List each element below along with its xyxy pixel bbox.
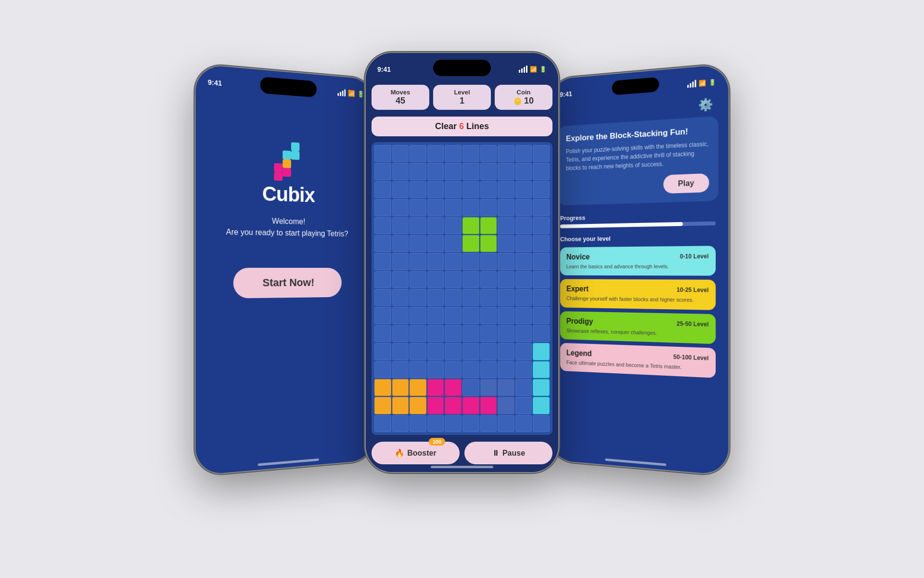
cell — [410, 343, 426, 360]
battery-icon-right: 🔋 — [708, 79, 716, 86]
level-label: Level — [439, 89, 485, 96]
objective-number: 6 — [459, 121, 464, 131]
cell — [498, 163, 514, 180]
cell — [462, 397, 479, 414]
cell — [445, 271, 462, 288]
phone-left: 9:41 📶 🔋 — [196, 64, 375, 475]
cell — [515, 325, 532, 342]
cell — [374, 307, 391, 324]
level-card-novice[interactable]: Novice 0-10 Level Learn the basics and a… — [560, 246, 716, 276]
level-header-prodigy: Prodigy 25-50 Level — [566, 317, 709, 329]
cell — [427, 307, 444, 324]
progress-bar-fill — [560, 222, 683, 228]
cell — [480, 217, 497, 234]
game-board[interactable] — [372, 142, 552, 435]
cell — [427, 415, 444, 432]
cell — [515, 343, 532, 360]
cell — [410, 289, 426, 306]
cell — [515, 415, 532, 432]
cell — [462, 271, 479, 288]
phone-center: 9:41 📶 🔋 Moves 45 — [366, 53, 558, 472]
cell — [410, 145, 426, 162]
cell — [533, 397, 550, 414]
level-stat: Level 1 — [433, 85, 491, 110]
cell — [392, 217, 409, 234]
level-range-novice: 0-10 Level — [680, 253, 709, 260]
level-name-prodigy: Prodigy — [566, 317, 593, 326]
cell — [410, 397, 426, 414]
cell — [410, 253, 426, 270]
fire-icon: 🔥 — [395, 448, 404, 458]
time-right: 9:41 — [560, 90, 572, 98]
cell — [427, 145, 444, 162]
cell — [374, 253, 391, 270]
left-app-screen: Cubix Welcome!Are you ready to start pla… — [196, 64, 375, 475]
cell — [445, 397, 462, 414]
level-name-legend: Legend — [566, 349, 592, 358]
cell — [392, 343, 409, 360]
level-card-legend[interactable]: Legend 50-100 Level Face ultimate puzzle… — [560, 343, 716, 378]
cell — [427, 379, 444, 396]
signal-icon-right — [687, 80, 696, 88]
progress-bar-background — [560, 222, 716, 228]
cell — [410, 325, 426, 342]
play-button-wrapper: Play — [566, 173, 709, 179]
cell — [480, 163, 497, 180]
right-app-screen: ⚙️ Explore the Block-Stacking Fun! Polis… — [549, 64, 728, 475]
cell — [515, 163, 532, 180]
cell — [445, 235, 462, 252]
dynamic-island-center — [433, 60, 491, 76]
moves-label: Moves — [377, 89, 424, 96]
cell — [480, 235, 497, 252]
cell — [533, 181, 550, 198]
cell — [515, 181, 532, 198]
svg-rect-2 — [291, 151, 300, 160]
play-button[interactable]: Play — [664, 173, 709, 194]
cell — [480, 199, 497, 216]
cell — [392, 307, 409, 324]
cell — [392, 163, 409, 180]
cell — [427, 253, 444, 270]
cell — [374, 181, 391, 198]
cell — [462, 343, 479, 360]
cell — [374, 271, 391, 288]
cell — [462, 253, 479, 270]
settings-icon[interactable]: ⚙️ — [698, 97, 713, 112]
cell — [533, 361, 550, 378]
cell — [374, 163, 391, 180]
level-desc-expert: Challenge yourself with faster blocks an… — [566, 295, 709, 304]
promo-card: Explore the Block-Stacking Fun! Polish y… — [558, 116, 718, 206]
cell — [427, 163, 444, 180]
cell — [410, 361, 426, 378]
coin-label: Coin — [500, 89, 547, 96]
signal-icon — [337, 89, 346, 96]
cell — [480, 325, 497, 342]
cell — [498, 253, 514, 270]
cell — [445, 361, 462, 378]
cell — [374, 289, 391, 306]
cell — [480, 397, 497, 414]
cell — [445, 217, 462, 234]
progress-label: Progress — [560, 211, 716, 222]
level-header-expert: Expert 10-25 Level — [566, 285, 709, 295]
cell — [462, 289, 479, 306]
logo-area: Cubix Welcome!Are you ready to start pla… — [211, 135, 361, 299]
pause-button[interactable]: ⏸ Pause — [464, 442, 552, 464]
booster-button[interactable]: 100 🔥 Booster — [372, 442, 460, 464]
wifi-icon-center: 📶 — [530, 66, 537, 73]
cell — [480, 361, 497, 378]
level-header-novice: Novice 0-10 Level — [566, 252, 709, 262]
level-card-prodigy[interactable]: Prodigy 25-50 Level Showcase reflexes, c… — [560, 311, 716, 344]
cell — [533, 289, 550, 306]
phone-right: 9:41 📶 🔋 ⚙️ Explore the — [549, 64, 728, 475]
cell — [515, 361, 532, 378]
level-card-expert[interactable]: Expert 10-25 Level Challenge yourself wi… — [560, 279, 716, 310]
cell — [392, 397, 409, 414]
cell — [392, 181, 409, 198]
cell — [410, 163, 426, 180]
cell — [410, 199, 426, 216]
wifi-icon-right: 📶 — [699, 79, 706, 87]
cell — [410, 181, 426, 198]
cell — [498, 181, 514, 198]
start-now-button[interactable]: Start Now! — [233, 268, 342, 299]
